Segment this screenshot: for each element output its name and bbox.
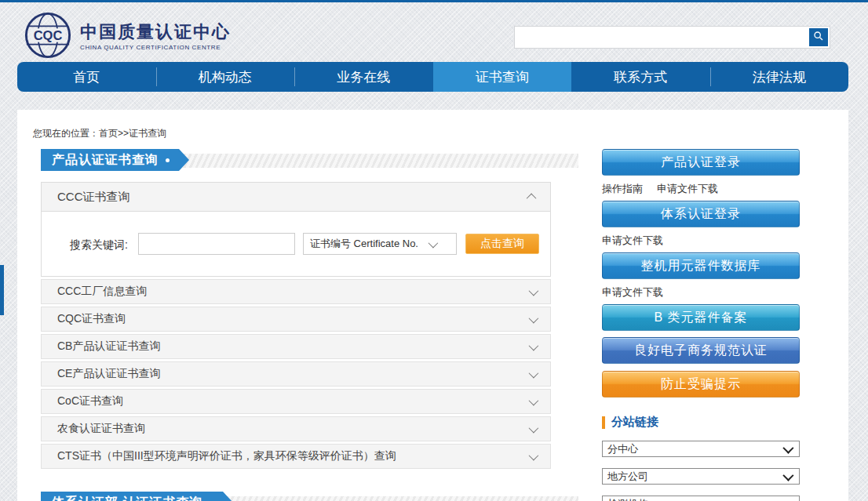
sidebar-links-row: 申请文件下载 (602, 234, 800, 248)
chevron-down-icon (529, 285, 539, 296)
branch-center-select[interactable]: 分中心 (602, 441, 800, 457)
ccc-cert-panel-header[interactable]: CCC证书查询 (42, 183, 550, 212)
breadcrumb-prefix: 您现在的位置： (33, 128, 99, 139)
site-search (514, 26, 830, 49)
operation-guide-link[interactable]: 操作指南 (602, 182, 643, 196)
keyword-input[interactable] (138, 233, 295, 255)
content-card: 您现在的位置：首页>>证书查询 产品认证证书查询 CCC证书查询 搜索关键词: … (17, 110, 848, 501)
site-title: 中国质量认证中心 (80, 23, 231, 42)
search-icon (812, 30, 825, 45)
product-cert-login-button[interactable]: 产品认证登录 (602, 149, 800, 176)
b-class-component-filing-button[interactable]: B 类元器件备案 (602, 304, 800, 331)
breadcrumb: 您现在的位置：首页>>证书查询 (33, 127, 166, 140)
chevron-down-icon (529, 423, 539, 433)
testing-agency-select[interactable]: 检测机构 (602, 496, 800, 501)
system-cert-section-header: 体系认证部 认证证书查询 (41, 492, 578, 501)
chevron-down-icon (782, 470, 793, 481)
sidebar-links-row: 操作指南 申请文件下载 (602, 182, 800, 196)
fraud-prevention-button[interactable]: 防止受骗提示 (602, 371, 800, 398)
nav-item-certificate-query[interactable]: 证书查询 (433, 62, 572, 92)
section-title-ribbon: 产品认证证书查询 (41, 149, 179, 171)
search-input[interactable] (515, 27, 818, 48)
cert-query-accordion: CCC证书查询 搜索关键词: 证书编号 Certificate No. 点击查询… (41, 182, 551, 469)
select-value: 检测机构 (607, 497, 783, 501)
select-value: 地方公司 (607, 470, 783, 484)
sidebar: 产品认证登录 操作指南 申请文件下载 体系认证登录 申请文件下载 整机用元器件数… (602, 149, 800, 501)
product-cert-section-header: 产品认证证书查询 (41, 149, 578, 172)
ribbon-dot (166, 158, 170, 162)
chevron-down-icon (782, 497, 793, 501)
nav-item-laws[interactable]: 法律法规 (710, 62, 849, 92)
nav-item-news[interactable]: 机构动态 (156, 62, 295, 92)
accordion-row-cts-cert[interactable]: CTS证书（中国III型环境声明评价证书，家具环保等级评价证书）查询 (41, 444, 551, 469)
query-button[interactable]: 点击查询 (465, 234, 539, 254)
accordion-row-coc-cert[interactable]: CoC证书查询 (41, 389, 551, 414)
top-accent-line (0, 0, 868, 2)
accordion-row-label: CoC证书查询 (57, 394, 123, 408)
chevron-down-icon (529, 340, 539, 350)
select-value: 分中心 (607, 442, 783, 456)
ccc-cert-panel-title: CCC证书查询 (57, 190, 130, 205)
chevron-up-icon (527, 193, 537, 203)
nav-item-contact[interactable]: 联系方式 (571, 62, 710, 92)
accordion-row-label: CB产品认证证书查询 (57, 339, 160, 354)
accordion-row-ccc-factory[interactable]: CCC工厂信息查询 (41, 279, 551, 304)
accordion-row-label: CQC证书查询 (57, 312, 126, 326)
ecommerce-certification-button[interactable]: 良好电子商务规范认证 (602, 337, 800, 364)
main-nav: 首页 机构动态 业务在线 证书查询 联系方式 法律法规 (17, 62, 848, 92)
local-company-select[interactable]: 地方公司 (602, 468, 800, 485)
chevron-down-icon (782, 442, 793, 453)
chevron-down-icon (529, 395, 539, 405)
application-file-download-link[interactable]: 申请文件下载 (657, 182, 718, 196)
accordion-row-ce-cert[interactable]: CE产品认证证书查询 (41, 361, 551, 387)
accordion-row-cqc-cert[interactable]: CQC证书查询 (41, 307, 551, 332)
section-title-ribbon: 体系认证部 认证证书查询 (41, 492, 223, 501)
svg-text:CQC: CQC (34, 28, 63, 42)
component-database-button[interactable]: 整机用元器件数据库 (602, 252, 800, 279)
accordion-row-agrifood-cert[interactable]: 农食认证证书查询 (41, 416, 551, 441)
chevron-down-icon (429, 238, 439, 248)
system-cert-login-button[interactable]: 体系认证登录 (602, 201, 800, 227)
cqc-globe-logo-icon: CQC (24, 11, 72, 63)
accordion-row-label: 农食认证证书查询 (57, 422, 145, 436)
accordion-row-cb-cert[interactable]: CB产品认证证书查询 (41, 334, 551, 359)
orange-bar-icon (602, 416, 605, 429)
section-title: 产品认证证书查询 (52, 152, 159, 169)
certificate-type-select[interactable]: 证书编号 Certificate No. (303, 233, 457, 255)
nav-item-home[interactable]: 首页 (17, 62, 156, 92)
chevron-down-icon (529, 313, 539, 323)
breadcrumb-path[interactable]: 首页>>证书查询 (99, 128, 166, 139)
application-file-download-link[interactable]: 申请文件下载 (602, 285, 663, 300)
chevron-down-icon (529, 368, 539, 378)
search-button[interactable] (809, 28, 828, 46)
branch-links-title: 分站链接 (602, 415, 800, 430)
floating-side-tab[interactable] (0, 265, 4, 315)
ccc-cert-panel-body: 搜索关键词: 证书编号 Certificate No. 点击查询 (42, 212, 550, 276)
accordion-row-label: CE产品认证证书查询 (57, 367, 160, 381)
keyword-label: 搜索关键词: (70, 238, 128, 252)
bottom-section-title: 体系认证部 认证证书查询 (52, 495, 202, 501)
application-file-download-link[interactable]: 申请文件下载 (602, 234, 663, 248)
site-subtitle: CHINA QUALITY CERTIFICATION CENTRE (80, 44, 231, 51)
site-logo[interactable]: CQC 中国质量认证中心 CHINA QUALITY CERTIFICATION… (24, 11, 231, 63)
branch-links-label: 分站链接 (611, 415, 658, 430)
ccc-cert-panel: CCC证书查询 搜索关键词: 证书编号 Certificate No. 点击查询 (41, 182, 551, 277)
accordion-row-label: CCC工厂信息查询 (57, 285, 147, 299)
certificate-type-value: 证书编号 Certificate No. (310, 237, 429, 251)
nav-item-online-business[interactable]: 业务在线 (294, 62, 433, 92)
accordion-row-label: CTS证书（中国III型环境声明评价证书，家具环保等级评价证书）查询 (57, 449, 396, 463)
chevron-down-icon (529, 450, 539, 460)
sidebar-links-row: 申请文件下载 (602, 285, 800, 300)
